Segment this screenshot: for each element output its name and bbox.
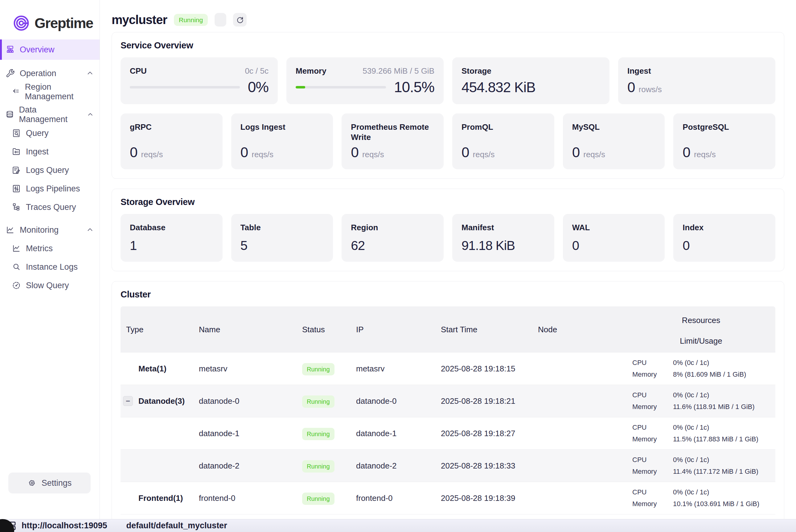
cpu-percent: 0% (248, 79, 268, 96)
greptime-logo[interactable]: Greptime (0, 0, 99, 39)
copy-button[interactable] (214, 13, 226, 26)
sidebar-item-logs-query[interactable]: Logs Query (0, 161, 99, 179)
sidebar-item-metrics[interactable]: Metrics (0, 239, 99, 258)
gauge-icon (12, 281, 21, 290)
sidebar-item-label: Metrics (26, 244, 53, 253)
status-bar: http://localhost:19095 default/default_m… (0, 519, 796, 532)
rate-label: gRPC (130, 122, 213, 132)
current-database[interactable]: default/default_mycluster (127, 521, 227, 530)
cell-resources: CPU 0% (0c / 1c) Memory 8% (81.609 MiB /… (627, 355, 775, 383)
sidebar-item-label: Logs Pipelines (26, 184, 80, 194)
table-row: − Meta(1) metasrv Running metasrv 2025-0… (120, 353, 775, 385)
memory-percent: 10.5% (394, 79, 434, 96)
cell-start-time: 2025-08-28 19:18:27 (437, 429, 534, 438)
rate-unit: reqs/s (583, 150, 605, 159)
storage-overview-section: Storage Overview Database 1 Table 5 Regi… (112, 189, 784, 271)
cell-ip: datanode-1 (353, 429, 437, 438)
ingest-label: Ingest (627, 66, 766, 76)
sidebar-item-label: Traces Query (26, 203, 76, 212)
rate-unit: reqs/s (251, 150, 273, 159)
cell-name: datanode-0 (195, 396, 299, 406)
storage-card: Storage 454.832 KiB (452, 57, 609, 104)
rate-card: MySQL 0 reqs/s (563, 113, 665, 169)
greptime-logo-text: Greptime (35, 15, 93, 32)
column-header-resources: Resources Limit/Usage (627, 306, 775, 353)
status-badge: Running (302, 460, 335, 473)
stat-value: 91.18 KiB (461, 238, 545, 253)
sidebar-item-slow-query[interactable]: Slow Query (0, 276, 99, 294)
cpu-resource-label: CPU (632, 488, 673, 496)
rate-card: Logs Ingest 0 reqs/s (231, 113, 333, 169)
memory-resource-value: 8% (81.609 MiB / 1 GiB) (673, 370, 775, 379)
sidebar-item-region-management[interactable]: Region Management (0, 82, 99, 101)
sidebar-group-operation[interactable]: Operation (0, 64, 99, 82)
chevron-up-icon[interactable] (87, 111, 94, 119)
ingest-unit: rows/s (639, 85, 662, 94)
cell-name: frontend-0 (195, 493, 299, 503)
sidebar-item-overview[interactable]: Overview (0, 39, 99, 60)
sidebar-group-data-management[interactable]: Data Management (0, 106, 99, 124)
stat-label: WAL (572, 223, 656, 233)
sidebar: Greptime Overview Operation Region Manag… (0, 0, 100, 519)
rate-unit: reqs/s (362, 150, 384, 159)
cell-start-time: 2025-08-28 19:18:21 (437, 396, 534, 406)
sidebar-item-instance-logs[interactable]: Instance Logs (0, 258, 99, 276)
rate-card: PostgreSQL 0 reqs/s (673, 113, 775, 169)
sidebar-item-traces-query[interactable]: Traces Query (0, 198, 99, 216)
rate-card: PromQL 0 reqs/s (452, 113, 554, 169)
cell-status: Running (299, 364, 353, 374)
sidebar-item-label: Slow Query (26, 281, 69, 290)
sidebar-item-label: Query (26, 129, 49, 138)
cluster-status-badge: Running (174, 14, 208, 26)
memory-resource-label: Memory (632, 500, 673, 508)
rate-label: Prometheus Remote Write (351, 122, 434, 142)
cluster-table-header: Type Name Status IP Start Time Node Reso… (120, 306, 775, 353)
stat-label: Index (683, 223, 766, 233)
logs-query-icon (12, 166, 21, 175)
cell-resources: CPU 0% (0c / 1c) Memory 10.1% (103.691 M… (627, 484, 775, 512)
sidebar-group-label: Data Management (19, 105, 82, 124)
cluster-table-body: − Meta(1) metasrv Running metasrv 2025-0… (120, 353, 775, 514)
chevron-up-icon[interactable] (86, 69, 94, 77)
memory-resource-label: Memory (632, 435, 673, 443)
cell-type: − Frontend(1) (120, 493, 195, 503)
monitoring-icon (5, 225, 15, 234)
chevron-up-icon[interactable] (86, 226, 94, 234)
collapse-toggle[interactable]: − (123, 396, 133, 406)
sidebar-item-label: Instance Logs (26, 262, 78, 272)
cell-name: datanode-2 (195, 461, 299, 471)
storage-cards: Database 1 Table 5 Region 62 Manifest 91… (120, 214, 775, 262)
cell-ip: frontend-0 (353, 493, 437, 503)
sidebar-item-query[interactable]: Query (0, 124, 99, 142)
cpu-label: CPU (130, 66, 147, 76)
table-row: − Frontend(1) frontend-0 Running fronten… (120, 482, 775, 514)
rate-value: 0 (241, 144, 248, 160)
sidebar-item-logs-pipelines[interactable]: Logs Pipelines (0, 179, 99, 198)
rate-value: 0 (351, 144, 359, 160)
server-url[interactable]: http://localhost:19095 (22, 521, 107, 530)
service-rate-cards: gRPC 0 reqs/s Logs Ingest 0 reqs/s Pro (120, 113, 775, 169)
memory-limit: 539.266 MiB / 5 GiB (363, 66, 434, 76)
ingest-card: Ingest 0 rows/s (618, 57, 775, 104)
cpu-limit: 0c / 5c (245, 66, 268, 76)
table-row: − datanode-1 Running datanode-1 2025-08-… (120, 417, 775, 450)
column-header-node: Node (534, 325, 627, 335)
rate-value: 0 (683, 144, 690, 160)
sidebar-item-ingest[interactable]: Ingest (0, 142, 99, 161)
rate-value: 0 (572, 144, 580, 160)
cell-status: Running (299, 493, 353, 503)
sidebar-group-monitoring[interactable]: Monitoring (0, 221, 99, 239)
memory-resource-value: 11.5% (117.883 MiB / 1 GiB) (673, 435, 775, 443)
settings-button[interactable]: Settings (8, 473, 91, 493)
refresh-button[interactable] (233, 13, 247, 26)
rate-label: PromQL (461, 122, 545, 132)
column-header-start-time: Start Time (437, 325, 534, 335)
sidebar-item-label: Ingest (26, 147, 49, 156)
type-text: Datanode(3) (138, 396, 185, 406)
cpu-progress-track (130, 86, 240, 89)
status-badge: Running (302, 396, 335, 408)
region-management-icon (12, 87, 20, 96)
storage-stat-card: Table 5 (231, 214, 333, 262)
cpu-resource-label: CPU (632, 359, 673, 367)
cpu-resource-label: CPU (632, 423, 673, 432)
